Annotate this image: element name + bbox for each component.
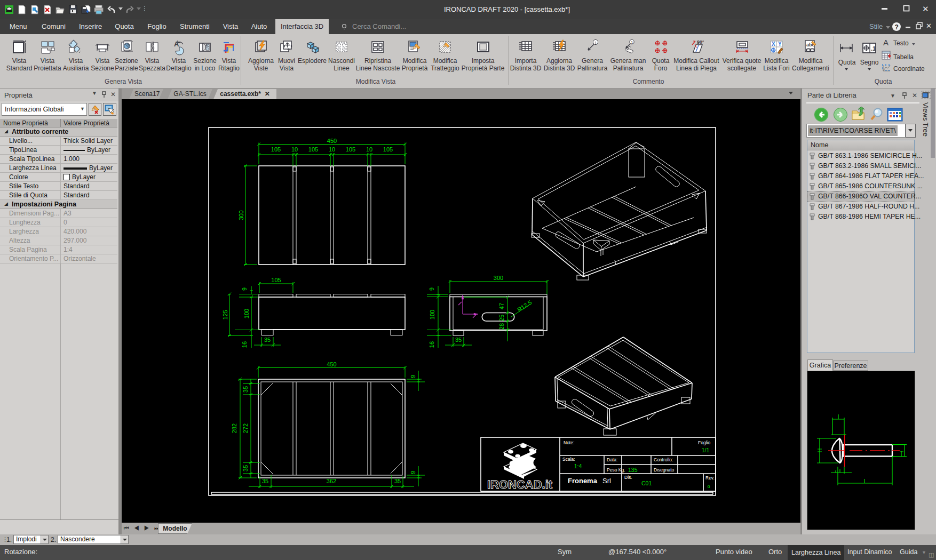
svg-text:28: 28 <box>498 323 505 330</box>
svg-text:35: 35 <box>242 386 249 393</box>
svg-text:35: 35 <box>455 337 462 343</box>
svg-text:105: 105 <box>346 146 355 153</box>
svg-text:?: ? <box>895 23 899 31</box>
svg-text:Dis.: Dis. <box>624 475 632 480</box>
svg-text:100: 100 <box>429 310 435 319</box>
svg-text:Scala:: Scala: <box>562 457 575 462</box>
svg-text:Note:: Note: <box>564 440 574 445</box>
svg-text:9: 9 <box>410 471 416 474</box>
svg-text:105: 105 <box>308 146 318 153</box>
svg-text:300: 300 <box>238 210 244 220</box>
svg-text:Srl: Srl <box>602 477 611 485</box>
svg-text:1: 1 <box>631 40 633 45</box>
svg-text:35: 35 <box>242 465 249 471</box>
svg-text:.1: .1 <box>871 45 876 52</box>
svg-text:105: 105 <box>383 146 393 153</box>
svg-text:IRONCAD.it: IRONCAD.it <box>487 478 553 491</box>
svg-text:9: 9 <box>429 287 435 291</box>
svg-text:C01: C01 <box>641 480 652 486</box>
svg-text:125: 125 <box>222 310 228 319</box>
svg-text:16: 16 <box>429 341 435 348</box>
svg-text:100: 100 <box>243 309 250 318</box>
svg-text:Disegnato: Disegnato <box>654 467 675 473</box>
svg-text:Fronema: Fronema <box>568 477 598 485</box>
svg-text:35: 35 <box>394 478 401 484</box>
svg-text:10: 10 <box>291 146 298 153</box>
svg-text:R12.5: R12.5 <box>516 299 533 313</box>
svg-text:X: X <box>772 41 775 47</box>
svg-text:35: 35 <box>262 478 268 484</box>
svg-text:362: 362 <box>327 478 336 484</box>
svg-text:450: 450 <box>327 361 336 367</box>
svg-text:9: 9 <box>241 287 248 291</box>
svg-text:300: 300 <box>494 275 503 281</box>
svg-text:47: 47 <box>498 303 505 309</box>
svg-text:10: 10 <box>366 146 372 153</box>
svg-text:272: 272 <box>242 423 249 433</box>
svg-text:16: 16 <box>241 341 248 348</box>
svg-text:A: A <box>174 40 179 48</box>
svg-text:A: A <box>883 38 889 47</box>
svg-text:35: 35 <box>264 337 271 343</box>
svg-text:Rev.: Rev. <box>705 475 715 481</box>
svg-text:25: 25 <box>498 315 505 321</box>
svg-text:450: 450 <box>327 138 337 144</box>
svg-text:o: o <box>707 484 710 489</box>
svg-text:105: 105 <box>271 146 281 153</box>
svg-text:9: 9 <box>410 375 416 378</box>
svg-text:105: 105 <box>271 277 281 283</box>
svg-text:10: 10 <box>329 146 335 153</box>
svg-text:Y: Y <box>778 41 782 47</box>
svg-text:1: 1 <box>594 41 597 45</box>
svg-text:282: 282 <box>231 423 237 433</box>
svg-text:Peso Kg.: Peso Kg. <box>607 467 625 473</box>
svg-text:90°: 90° <box>697 39 704 45</box>
svg-text:Foglio: Foglio <box>698 440 710 445</box>
svg-text:1/1: 1/1 <box>702 447 710 453</box>
svg-text:Data:: Data: <box>607 457 617 462</box>
svg-text:135: 135 <box>628 467 638 473</box>
svg-text:Controllo:: Controllo: <box>654 457 673 462</box>
svg-text:1:4: 1:4 <box>574 463 582 469</box>
